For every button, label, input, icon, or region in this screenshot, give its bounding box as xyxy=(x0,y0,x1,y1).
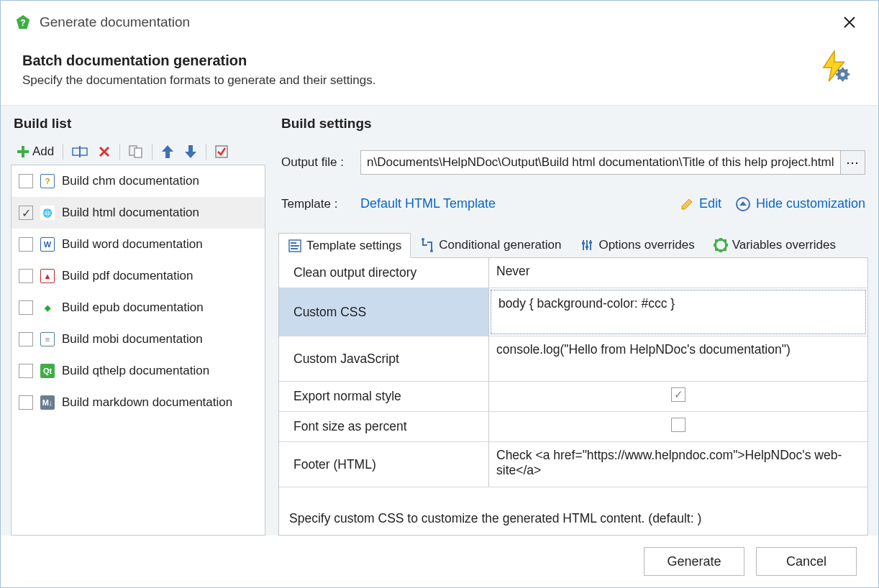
build-list-item[interactable]: ▲Build pdf documentation xyxy=(12,260,265,292)
svg-marker-22 xyxy=(682,199,692,209)
close-button[interactable] xyxy=(842,15,857,29)
check-all-button[interactable] xyxy=(211,142,232,162)
svg-point-4 xyxy=(841,73,845,77)
svg-marker-20 xyxy=(185,145,196,158)
build-item-checkbox[interactable] xyxy=(19,300,33,315)
svg-rect-18 xyxy=(135,148,142,157)
svg-rect-28 xyxy=(291,248,298,249)
pencil-icon xyxy=(680,198,693,211)
setting-checkbox[interactable] xyxy=(671,387,686,402)
setting-value[interactable]: Never xyxy=(489,258,867,288)
setting-label: Footer (HTML) xyxy=(279,442,489,487)
template-settings-icon xyxy=(288,239,302,253)
mobi-icon: ≡ xyxy=(40,332,55,346)
setting-row[interactable]: Custom JavaScriptconsole.log("Hello from… xyxy=(279,336,867,382)
setting-value[interactable]: Check <a href="https://www.helpndoc.com"… xyxy=(489,442,867,487)
build-item-label: Build epub documentation xyxy=(62,300,204,315)
output-file-input[interactable] xyxy=(360,150,841,175)
tab-label: Variables overrides xyxy=(732,238,836,252)
setting-row[interactable]: Font size as percent xyxy=(279,412,867,442)
svg-point-30 xyxy=(430,249,433,252)
build-item-checkbox[interactable] xyxy=(19,237,33,252)
setting-value[interactable] xyxy=(489,382,867,411)
app-icon: ? xyxy=(15,14,31,30)
delete-button[interactable] xyxy=(94,142,115,162)
build-list-panel: Build list Add ?Build chm documentation🌐… xyxy=(11,113,265,536)
setting-row[interactable]: Custom CSSbody { background-color: #ccc … xyxy=(279,288,867,336)
setting-value[interactable]: body { background-color: #ccc } xyxy=(491,290,866,334)
word-icon: W xyxy=(40,237,55,252)
setting-row[interactable]: Export normal style xyxy=(279,382,867,412)
template-label: Template : xyxy=(281,197,360,211)
tab-label: Options overrides xyxy=(598,238,694,252)
setting-checkbox[interactable] xyxy=(671,418,686,432)
build-list[interactable]: ?Build chm documentation🌐Build html docu… xyxy=(11,165,265,536)
separator xyxy=(119,144,120,160)
svg-line-10 xyxy=(846,78,847,79)
lightning-gear-icon xyxy=(818,50,851,83)
build-item-checkbox[interactable] xyxy=(19,269,33,283)
build-item-checkbox[interactable] xyxy=(19,395,33,410)
build-item-label: Build mobi documentation xyxy=(62,332,203,346)
setting-value[interactable] xyxy=(489,412,867,441)
tab-options-overrides[interactable]: Options overrides xyxy=(570,233,703,257)
build-list-item[interactable]: 🌐Build html documentation xyxy=(12,197,265,229)
build-list-item[interactable]: M↓Build markdown documentation xyxy=(12,387,265,418)
setting-label: Custom CSS xyxy=(279,288,489,336)
tab-variables-overrides[interactable]: Variables overrides xyxy=(704,233,845,257)
hide-customization-link[interactable]: Hide customization xyxy=(736,196,865,211)
build-list-item[interactable]: WBuild word documentation xyxy=(12,229,265,260)
build-item-checkbox[interactable] xyxy=(19,206,33,220)
build-list-item[interactable]: ≡Build mobi documentation xyxy=(12,323,265,355)
build-list-title: Build list xyxy=(14,116,265,132)
build-item-label: Build markdown documentation xyxy=(62,395,232,410)
template-row: Template : Default HTML Template Edit Hi… xyxy=(281,196,865,211)
pdf-icon: ▲ xyxy=(40,269,55,283)
setting-label: Export normal style xyxy=(279,382,489,411)
hide-label: Hide customization xyxy=(756,196,865,211)
move-down-button[interactable] xyxy=(180,142,201,162)
rename-button[interactable] xyxy=(68,142,92,162)
edit-template-link[interactable]: Edit xyxy=(680,196,721,211)
svg-rect-14 xyxy=(17,150,29,153)
generate-button[interactable]: Generate xyxy=(644,547,744,576)
build-list-item[interactable]: ◆Build epub documentation xyxy=(12,292,265,323)
collapse-icon xyxy=(736,197,750,211)
settings-tabs: Template settingsConditional generationO… xyxy=(278,233,868,258)
html-icon: 🌐 xyxy=(40,206,55,220)
output-file-label: Output file : xyxy=(281,155,360,170)
setting-row[interactable]: Footer (HTML)Check <a href="https://www.… xyxy=(279,442,867,487)
duplicate-button[interactable] xyxy=(124,142,147,162)
move-up-button[interactable] xyxy=(157,142,178,162)
build-list-item[interactable]: QtBuild qthelp documentation xyxy=(12,355,265,387)
tab-conditional-generation[interactable]: Conditional generation xyxy=(411,233,570,257)
build-settings-panel: Build settings Output file : ⋯ Template … xyxy=(265,113,868,536)
build-item-checkbox[interactable] xyxy=(19,174,33,188)
setting-label: Clean output directory xyxy=(279,258,489,288)
epub-icon: ◆ xyxy=(40,300,55,315)
body: Build list Add ?Build chm documentation🌐… xyxy=(1,106,878,536)
setting-row[interactable]: Clean output directoryNever xyxy=(279,258,867,288)
setting-value[interactable]: console.log("Hello from HelpNDoc's docum… xyxy=(489,336,867,381)
tab-template-settings[interactable]: Template settings xyxy=(278,233,411,258)
build-list-toolbar: Add xyxy=(11,139,265,165)
template-name-link[interactable]: Default HTML Template xyxy=(360,196,496,211)
header-panel: Batch documentation generation Specify t… xyxy=(1,44,878,106)
settings-grid[interactable]: Clean output directoryNeverCustom CSSbod… xyxy=(278,258,868,502)
add-build-button[interactable]: Add xyxy=(12,142,58,162)
tab-label: Template settings xyxy=(306,239,401,253)
svg-rect-36 xyxy=(589,242,592,244)
build-item-checkbox[interactable] xyxy=(19,364,33,378)
svg-rect-21 xyxy=(216,146,227,157)
cancel-button[interactable]: Cancel xyxy=(756,547,857,576)
svg-marker-19 xyxy=(162,145,173,158)
edit-label: Edit xyxy=(699,196,721,211)
add-label: Add xyxy=(32,144,54,159)
browse-button[interactable]: ⋯ xyxy=(841,150,865,175)
build-list-item[interactable]: ?Build chm documentation xyxy=(12,165,265,197)
build-item-checkbox[interactable] xyxy=(19,332,33,346)
build-settings-title: Build settings xyxy=(281,116,868,132)
svg-marker-24 xyxy=(739,201,747,206)
titlebar: ? Generate documentation xyxy=(1,1,878,44)
svg-rect-35 xyxy=(586,246,588,248)
